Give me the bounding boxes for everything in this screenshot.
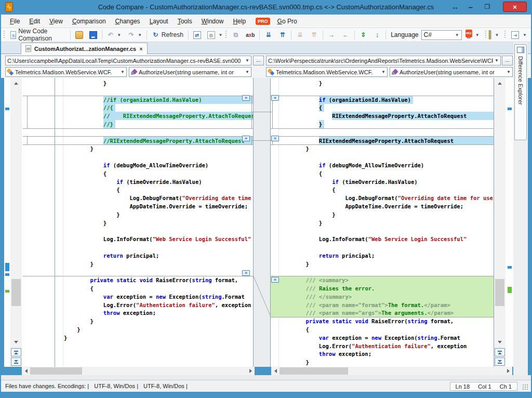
compare-files-button[interactable]: ⇄ — [190, 30, 204, 41]
scroll-left-icon[interactable] — [22, 368, 30, 374]
copy-block-to-right-button[interactable]: » — [242, 95, 250, 101]
scroll-up-icon[interactable] — [495, 79, 504, 87]
modified-change-marker[interactable] — [508, 266, 512, 269]
panels-button[interactable]: ⇥ — [508, 30, 522, 41]
copy-block-to-right-button[interactable]: » — [242, 136, 250, 141]
code-line: RIExtendedMessageProperty.AttachToReques… — [271, 112, 494, 120]
toolbar-grip-2[interactable] — [225, 31, 227, 39]
scroll-down-icon[interactable] — [11, 338, 21, 346]
open-folder-icon — [75, 31, 83, 39]
left-browse-button[interactable]: ... — [253, 56, 264, 65]
menu-help[interactable]: Help — [228, 16, 250, 27]
left-file-path-combobox[interactable]: C:\Users\ccampbell\AppData\Local\Temp\Cu… — [5, 56, 251, 65]
menu-comparison[interactable]: Comparison — [68, 16, 111, 27]
modified-change-marker[interactable] — [5, 108, 9, 110]
new-code-comparison-button[interactable]: ≡ New Code Comparison — [7, 26, 69, 44]
left-member-combobox[interactable]: AuthorizeUser(string username, int or▼ — [129, 67, 251, 77]
scroll-up-icon[interactable] — [11, 79, 21, 87]
left-hscroll-thumb[interactable] — [30, 367, 82, 375]
document-icon — [25, 45, 31, 52]
undo-button[interactable]: ↶▼ — [103, 30, 124, 41]
menu-changes[interactable]: Changes — [111, 16, 145, 27]
right-code-pane[interactable]: } if (organizationId.HasValue) { RIExten… — [270, 78, 494, 367]
menu-view[interactable]: View — [45, 16, 68, 27]
menu-edit[interactable]: Edit — [24, 16, 45, 27]
toolbar-grip[interactable] — [3, 31, 5, 39]
modified-change-marker[interactable] — [508, 108, 512, 110]
scroll-right-icon[interactable] — [247, 368, 254, 374]
menu-go-pro[interactable]: Go Pro — [273, 16, 302, 27]
panels-dropdown[interactable]: ▼ — [523, 33, 527, 37]
redo-button[interactable]: ↷▼ — [124, 30, 145, 41]
next-change-button[interactable] — [11, 357, 21, 366]
copy-to-right-button[interactable]: → — [325, 30, 339, 41]
toolbar-grip-4[interactable] — [504, 31, 506, 39]
right-vscroll-thumb[interactable] — [495, 279, 504, 306]
structure-compare-button[interactable]: ⧉ — [229, 30, 243, 41]
close-button[interactable]: × — [503, 2, 527, 12]
left-horizontal-scrollbar[interactable] — [22, 367, 255, 375]
right-browse-button[interactable]: ... — [502, 56, 513, 65]
maximize-button[interactable]: ❐ — [480, 2, 495, 12]
document-search-icon: ◎ — [207, 31, 215, 39]
copy-block-to-left-button[interactable]: « — [271, 136, 279, 141]
left-namespace-combobox[interactable]: Telmetrics.Madison.WebService.WCF.▼ — [5, 67, 127, 77]
menu-window[interactable]: Window — [197, 16, 229, 27]
next-change-button[interactable] — [495, 357, 505, 366]
document-tab-active[interactable]: CustomAuthorizat...zationManager.cs × — [21, 43, 148, 54]
scroll-down-icon[interactable] — [495, 338, 504, 346]
right-member-combobox[interactable]: AuthorizeUser(string username, int or▼ — [390, 67, 513, 77]
copy-block-to-left-button[interactable]: « — [271, 277, 279, 283]
vertical-layout-toggle[interactable] — [488, 30, 491, 39]
ignore-case-button[interactable]: axb — [243, 31, 258, 39]
copy-block-to-right-button[interactable]: » — [242, 270, 250, 276]
expand-all-button[interactable]: ⇕ — [356, 30, 370, 41]
menu-layout[interactable]: Layout — [145, 16, 173, 27]
format-pro-button[interactable]: {}PRO ▼ — [462, 30, 483, 41]
right-namespace-combobox[interactable]: Telmetrics.Madison.WebService.WCF.▼ — [266, 67, 388, 77]
diff-gutter — [254, 78, 270, 367]
tab-close-icon[interactable]: × — [139, 46, 142, 52]
inserted-change-marker[interactable] — [5, 290, 9, 293]
previous-difference-button[interactable]: ⇈ — [275, 30, 289, 41]
toolbar-grip-3[interactable] — [485, 31, 487, 39]
language-combobox[interactable]: C#▼ — [421, 30, 462, 40]
previous-change-button[interactable] — [495, 348, 505, 356]
menu-file[interactable]: File — [5, 16, 24, 27]
left-vscroll-thumb[interactable] — [11, 279, 21, 306]
inserted-change-marker[interactable] — [508, 287, 512, 293]
last-difference-button[interactable]: ⇊ — [293, 30, 307, 41]
minimize-button[interactable]: – — [463, 2, 478, 12]
toolbar-overflow-dropdown[interactable]: ▼ — [219, 33, 223, 37]
next-difference-button[interactable]: ⇊ — [261, 30, 275, 41]
right-file-path-combobox[interactable]: C:\Work\Perspectica\trunk\src\OrderingAn… — [266, 56, 501, 65]
right-horizontal-scrollbar[interactable] — [271, 367, 512, 375]
right-vertical-scrollbar[interactable] — [494, 78, 506, 367]
left-change-overview-strip[interactable] — [4, 78, 10, 367]
modified-change-marker[interactable] — [5, 273, 9, 276]
previous-change-button[interactable] — [11, 348, 21, 356]
scroll-left-icon[interactable] — [272, 368, 279, 374]
swap-sides-icon[interactable]: ↔ — [449, 2, 461, 12]
refresh-button[interactable]: ↻ Refresh — [149, 30, 187, 41]
left-code-pane[interactable]: } //if (organizationId.HasValue) //{ // … — [55, 78, 254, 367]
resize-grip[interactable] — [523, 384, 528, 390]
save-button[interactable]: ▂ — [86, 30, 100, 41]
first-difference-button[interactable]: ⇈ — [307, 30, 321, 41]
status-encoding-left: UTF-8, Win/Dos | — [94, 383, 138, 389]
collapse-all-button[interactable]: ↨ — [370, 30, 384, 41]
right-hscroll-thumb[interactable] — [280, 367, 348, 375]
scroll-right-icon[interactable] — [504, 368, 512, 374]
left-vertical-scrollbar[interactable] — [10, 78, 22, 367]
copy-block-to-left-button[interactable]: « — [271, 95, 279, 101]
copy-to-left-button[interactable]: ← — [339, 30, 353, 41]
find-in-files-button[interactable]: ◎ — [204, 30, 218, 41]
layout-dropdown[interactable]: ▼ — [495, 33, 499, 37]
code-line — [271, 227, 494, 235]
modified-change-marker[interactable] — [5, 263, 9, 271]
open-button[interactable] — [72, 30, 86, 41]
difference-explorer-tab[interactable]: Difference Explorer — [514, 44, 527, 140]
menu-tools[interactable]: Tools — [173, 16, 197, 27]
right-change-overview-strip[interactable] — [507, 78, 513, 367]
status-column: Col 1 — [478, 383, 491, 390]
